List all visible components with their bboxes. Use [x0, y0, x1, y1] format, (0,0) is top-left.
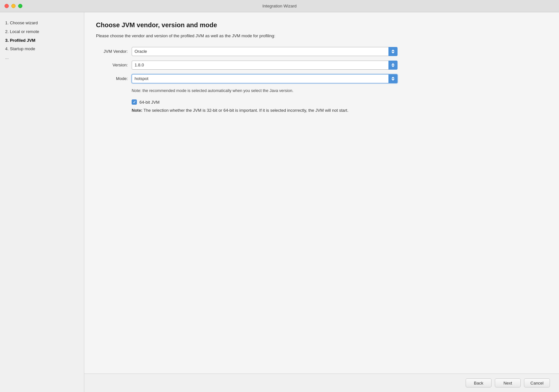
- next-button[interactable]: Next: [495, 378, 521, 387]
- vendor-row: JVM Vendor: Oracle IBM HP SAP: [96, 47, 547, 56]
- window-body: 1. Choose wizard 2. Local or remote 3. P…: [0, 12, 559, 392]
- traffic-lights: [5, 4, 22, 8]
- checkbox-note: Note: The selection whether the JVM is 3…: [132, 107, 423, 114]
- footer-bar: Back Next Cancel: [84, 374, 559, 392]
- cancel-button[interactable]: Cancel: [524, 378, 550, 387]
- checkbox-label: 64-bit JVM: [139, 100, 160, 105]
- back-button[interactable]: Back: [466, 378, 492, 387]
- version-label: Version:: [96, 63, 132, 67]
- description: Please choose the vendor and version of …: [96, 33, 547, 39]
- title-bar: Integration Wizard: [0, 0, 559, 12]
- checkbox-row: ✓ 64-bit JVM: [132, 99, 547, 105]
- mode-label: Mode:: [96, 76, 132, 81]
- main-inner: Choose JVM vendor, version and mode Plea…: [84, 12, 559, 374]
- vendor-select[interactable]: Oracle IBM HP SAP: [132, 47, 398, 56]
- checkmark-icon: ✓: [133, 100, 136, 104]
- maximize-button[interactable]: [18, 4, 22, 8]
- checkbox-wrapper[interactable]: ✓ 64-bit JVM: [132, 99, 160, 105]
- sidebar-item-dots: ...: [5, 53, 79, 62]
- sidebar-item-1[interactable]: 1. Choose wizard: [5, 19, 79, 28]
- window-title: Integration Wizard: [262, 4, 297, 8]
- minimize-button[interactable]: [11, 4, 16, 8]
- sidebar-item-2[interactable]: 2. Local or remote: [5, 28, 79, 36]
- main-content: Choose JVM vendor, version and mode Plea…: [84, 12, 559, 392]
- note-bold: Note:: [132, 108, 142, 113]
- page-title: Choose JVM vendor, version and mode: [96, 21, 547, 29]
- version-row: Version: 1.8.0 1.7.0 1.6.0 1.5.0: [96, 61, 547, 70]
- mode-row: Mode: hotspot j9 jrockit: [96, 74, 547, 83]
- note-text: The selection whether the JVM is 32-bit …: [142, 108, 348, 113]
- sidebar-item-4[interactable]: 4. Startup mode: [5, 45, 79, 53]
- mode-select[interactable]: hotspot j9 jrockit: [132, 74, 398, 83]
- mode-note: Note: the recommended mode is selected a…: [132, 88, 378, 94]
- 64bit-checkbox[interactable]: ✓: [132, 99, 137, 105]
- mode-select-wrapper: hotspot j9 jrockit: [132, 74, 398, 83]
- version-select-wrapper: 1.8.0 1.7.0 1.6.0 1.5.0: [132, 61, 398, 70]
- sidebar-item-3[interactable]: 3. Profiled JVM: [5, 36, 79, 45]
- vendor-label: JVM Vendor:: [96, 49, 132, 54]
- vendor-select-wrapper: Oracle IBM HP SAP: [132, 47, 398, 56]
- close-button[interactable]: [5, 4, 9, 8]
- sidebar: 1. Choose wizard 2. Local or remote 3. P…: [0, 12, 84, 392]
- version-select[interactable]: 1.8.0 1.7.0 1.6.0 1.5.0: [132, 61, 398, 70]
